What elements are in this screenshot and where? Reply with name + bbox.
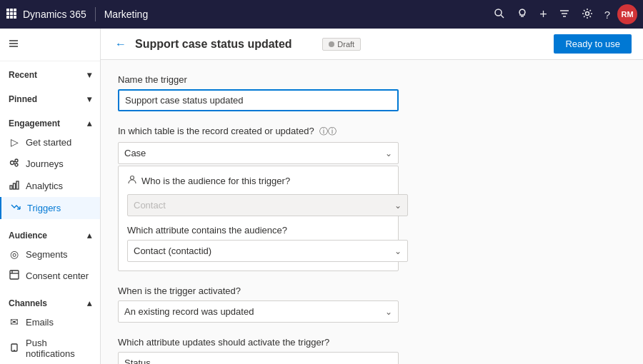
page-title: Support case status updated	[135, 38, 316, 51]
hamburger-icon	[9, 39, 19, 51]
sidebar-item-emails[interactable]: ✉ Emails	[0, 311, 100, 333]
back-button[interactable]: ←	[112, 36, 129, 52]
svg-rect-21	[14, 183, 16, 189]
svg-rect-7	[10, 16, 13, 19]
table-group: In which table is the record created or …	[118, 126, 626, 271]
topnav-actions: + ? RM	[489, 3, 637, 26]
svg-point-16	[15, 159, 18, 162]
attribute-audience-group: Which attribute contains the audience? C…	[127, 225, 389, 262]
svg-rect-8	[14, 16, 16, 19]
draft-badge: Draft	[322, 38, 361, 51]
svg-point-17	[15, 163, 18, 166]
attribute-audience-select-wrapper: Contact (contactid) ⌄	[127, 240, 408, 262]
draft-dot	[329, 41, 334, 47]
table-info-icon[interactable]: ⓘ	[319, 126, 337, 136]
pinned-section: Pinned ▾	[0, 86, 100, 110]
attribute-update-select-wrapper: Status ⌄	[118, 352, 399, 364]
journeys-icon	[9, 158, 20, 170]
user-avatar[interactable]: RM	[617, 4, 637, 24]
pinned-chevron: ▾	[87, 94, 91, 104]
attribute-audience-label: Which attribute contains the audience?	[127, 225, 389, 236]
channels-section: Channels ▴ ✉ Emails Push notifications 💬…	[0, 290, 100, 364]
push-label: Push notifications	[26, 338, 91, 359]
activation-select-wrapper: An existing record was updated ⌄	[118, 300, 399, 323]
emails-label: Emails	[26, 317, 54, 328]
audience-select-wrapper: Contact ⌄	[127, 194, 408, 216]
content-area: ← Support case status updated Draft Read…	[101, 29, 643, 364]
audience-panel-header: Who is the audience for this trigger?	[127, 175, 389, 187]
sidebar-item-journeys[interactable]: Journeys	[0, 153, 100, 175]
segments-icon: ◎	[9, 248, 20, 260]
engagement-label: Engagement	[9, 118, 60, 128]
svg-line-18	[14, 161, 16, 162]
sidebar-item-push-notifications[interactable]: Push notifications	[0, 333, 100, 364]
brand-name[interactable]: Dynamics 365	[23, 9, 86, 20]
channels-chevron: ▴	[87, 298, 91, 308]
triggers-icon	[10, 202, 21, 214]
sidebar-item-segments[interactable]: ◎ Segments	[0, 243, 100, 265]
pinned-header[interactable]: Pinned ▾	[0, 89, 100, 107]
svg-rect-25	[10, 271, 19, 279]
svg-point-11	[585, 11, 589, 15]
filter-button[interactable]	[554, 4, 574, 26]
svg-rect-2	[14, 9, 16, 11]
table-select-wrapper: Case ⌄	[118, 142, 399, 164]
sidebar-item-get-started[interactable]: ▷ Get started	[0, 131, 100, 153]
recent-header[interactable]: Recent ▾	[0, 64, 100, 83]
svg-rect-5	[14, 12, 16, 15]
svg-rect-22	[16, 181, 19, 189]
consent-icon	[9, 270, 20, 282]
trigger-name-input[interactable]	[118, 89, 399, 111]
audience-panel: Who is the audience for this trigger? Co…	[118, 166, 399, 271]
lightbulb-button[interactable]	[512, 4, 532, 26]
engagement-header[interactable]: Engagement ▴	[0, 113, 100, 131]
get-started-label: Get started	[26, 137, 71, 148]
push-icon	[9, 343, 20, 355]
engagement-chevron: ▴	[87, 118, 91, 128]
consent-label: Consent center	[26, 271, 89, 281]
svg-rect-1	[10, 9, 13, 11]
help-button[interactable]: ?	[600, 4, 614, 25]
recent-label: Recent	[9, 70, 37, 80]
channels-label: Channels	[9, 298, 47, 308]
main-layout: Recent ▾ Pinned ▾ Engagement ▴ ▷ Get sta…	[0, 29, 643, 364]
journeys-label: Journeys	[26, 158, 64, 169]
grid-icon[interactable]	[6, 8, 17, 21]
topnav: Dynamics 365 Marketing + ?	[0, 0, 643, 29]
svg-point-30	[131, 176, 134, 180]
search-button[interactable]	[489, 4, 509, 26]
svg-point-9	[495, 9, 502, 16]
trigger-name-label: Name the trigger	[118, 74, 626, 85]
settings-button[interactable]	[577, 4, 597, 26]
svg-point-15	[11, 161, 14, 165]
audience-header[interactable]: Audience ▴	[0, 225, 100, 243]
recent-section: Recent ▾	[0, 61, 100, 86]
get-started-icon: ▷	[9, 136, 20, 148]
triggers-label: Triggers	[27, 203, 61, 213]
svg-rect-20	[10, 186, 12, 189]
table-label: In which table is the record created or …	[118, 126, 626, 138]
activation-select[interactable]: An existing record was updated	[119, 301, 398, 322]
add-button[interactable]: +	[535, 3, 552, 26]
ready-to-use-button[interactable]: Ready to use	[554, 34, 632, 54]
svg-rect-3	[6, 12, 9, 15]
attribute-update-group: Which attribute updates should activate …	[118, 337, 626, 364]
attribute-update-label: Which attribute updates should activate …	[118, 337, 626, 348]
trigger-name-group: Name the trigger	[118, 74, 626, 111]
sidebar-item-consent-center[interactable]: Consent center	[0, 265, 100, 287]
attribute-audience-select[interactable]: Contact (contactid)	[128, 241, 407, 261]
attribute-update-select[interactable]: Status	[119, 353, 398, 364]
hamburger-button[interactable]	[3, 34, 97, 55]
svg-line-10	[501, 15, 504, 18]
sidebar-item-triggers[interactable]: Triggers	[0, 197, 100, 219]
activation-label: When is the trigger activated?	[118, 285, 626, 296]
table-select[interactable]: Case	[119, 143, 398, 163]
content-header: ← Support case status updated Draft Read…	[101, 29, 643, 60]
recent-chevron: ▾	[87, 70, 91, 80]
audience-icon	[127, 175, 137, 187]
form-body: Name the trigger In which table is the r…	[101, 60, 643, 364]
audience-section-label: Audience	[9, 231, 47, 241]
emails-icon: ✉	[9, 316, 20, 328]
sidebar-item-analytics[interactable]: Analytics	[0, 175, 100, 197]
channels-header[interactable]: Channels ▴	[0, 293, 100, 311]
